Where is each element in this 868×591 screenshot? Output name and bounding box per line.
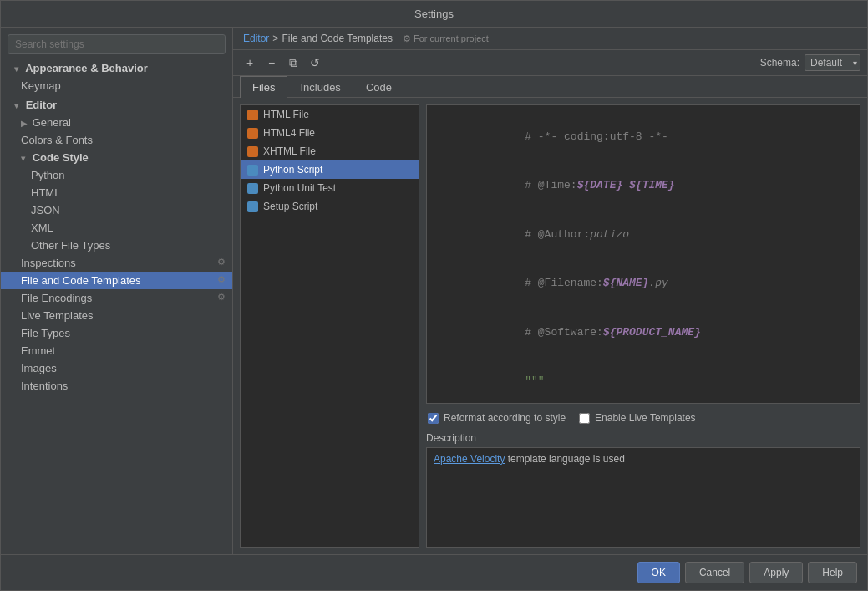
- sidebar-item-file-types[interactable]: File Types: [1, 324, 232, 342]
- search-input[interactable]: [8, 34, 226, 54]
- live-templates-label[interactable]: Enable Live Templates: [579, 412, 696, 424]
- sidebar-item-editor[interactable]: ▾ Editor: [1, 96, 232, 114]
- breadcrumb-page: File and Code Templates: [282, 33, 393, 44]
- schema-section: Schema: Default Project: [760, 54, 860, 71]
- tab-code[interactable]: Code: [353, 76, 404, 98]
- file-item-label: Python Script: [263, 164, 322, 176]
- breadcrumb-separator: >: [272, 33, 278, 44]
- sidebar-item-file-and-code-templates[interactable]: File and Code Templates ⚙: [1, 272, 232, 289]
- dialog-footer: OK Cancel Apply Help: [1, 554, 867, 590]
- file-item-python-unit-test[interactable]: Python Unit Test: [241, 179, 419, 197]
- code-line-5: # @Software:${PRODUCT_NAME}: [434, 308, 853, 357]
- sidebar-item-code-style[interactable]: ▾ Code Style: [1, 149, 232, 166]
- sidebar-item-live-templates[interactable]: Live Templates: [1, 307, 232, 324]
- code-line-1: # -*- coding:utf-8 -*-: [434, 112, 853, 161]
- schema-wrapper: Default Project: [805, 54, 860, 71]
- live-templates-checkbox[interactable]: [579, 413, 590, 424]
- breadcrumb-editor[interactable]: Editor: [243, 33, 269, 44]
- cancel-button[interactable]: Cancel: [685, 562, 744, 583]
- code-editor[interactable]: # -*- coding:utf-8 -*- # @Time:${DATE} $…: [426, 104, 860, 404]
- file-item-setup-script[interactable]: Setup Script: [241, 197, 419, 216]
- code-line-2: # @Time:${DATE} ${TIME}: [434, 161, 853, 211]
- xhtml-file-icon: [247, 146, 258, 157]
- file-item-label: HTML4 File: [263, 127, 315, 139]
- sidebar-item-xml[interactable]: XML: [1, 219, 232, 237]
- file-encodings-badge: ⚙: [217, 292, 226, 303]
- sidebar-item-general[interactable]: ▶ General: [1, 114, 232, 131]
- settings-dialog: Settings ▾ Appearance & Behavior Keymap …: [0, 0, 868, 591]
- sidebar-item-json[interactable]: JSON: [1, 201, 232, 219]
- tabs: Files Includes Code: [233, 76, 867, 98]
- file-item-label: XHTML File: [263, 145, 316, 157]
- code-line-3: # @Author:potizo: [434, 210, 853, 259]
- add-button[interactable]: +: [240, 53, 260, 72]
- sidebar-item-images[interactable]: Images: [1, 359, 232, 377]
- sidebar-item-intentions[interactable]: Intentions: [1, 377, 232, 395]
- reformat-label[interactable]: Reformat according to style: [428, 412, 566, 424]
- code-line-4: # @Filename:${NAME}.py: [434, 259, 853, 308]
- dialog-title: Settings: [1, 1, 867, 28]
- file-templates-badge: ⚙: [217, 274, 226, 285]
- breadcrumb: Editor > File and Code Templates ⚙ For c…: [233, 28, 867, 50]
- schema-label: Schema:: [760, 57, 799, 69]
- right-panel: # -*- coding:utf-8 -*- # @Time:${DATE} $…: [426, 104, 860, 548]
- description-section: Description Apache Velocity template lan…: [426, 432, 860, 548]
- sidebar-item-colors-fonts[interactable]: Colors & Fonts: [1, 131, 232, 149]
- sidebar-item-python[interactable]: Python: [1, 166, 232, 184]
- tab-includes[interactable]: Includes: [287, 76, 353, 98]
- split-area: HTML File HTML4 File XHTML File Python S…: [233, 98, 867, 554]
- sidebar-item-inspections[interactable]: Inspections ⚙: [1, 254, 232, 272]
- sidebar-item-appearance[interactable]: ▾ Appearance & Behavior: [1, 59, 232, 77]
- reformat-checkbox[interactable]: [428, 413, 439, 424]
- description-box: Apache Velocity template language is use…: [426, 447, 860, 548]
- file-item-label: Python Unit Test: [263, 182, 336, 194]
- project-note: ⚙ For current project: [403, 33, 489, 44]
- dialog-body: ▾ Appearance & Behavior Keymap ▾ Editor …: [1, 28, 867, 554]
- file-item-xhtml[interactable]: XHTML File: [241, 142, 419, 160]
- python-unit-test-icon: [247, 183, 258, 194]
- collapse-arrow: ▾: [14, 64, 23, 74]
- html4-file-icon: [247, 128, 258, 139]
- file-item-label: HTML File: [263, 109, 309, 120]
- sidebar-item-emmet[interactable]: Emmet: [1, 342, 232, 359]
- html-file-icon: [247, 110, 258, 120]
- file-item-label: Setup Script: [263, 201, 317, 212]
- sidebar-item-keymap[interactable]: Keymap: [1, 77, 232, 94]
- reset-button[interactable]: ↺: [305, 53, 325, 72]
- main-content: Editor > File and Code Templates ⚙ For c…: [233, 28, 867, 554]
- tab-files[interactable]: Files: [240, 76, 287, 98]
- setup-script-icon: [247, 201, 258, 212]
- code-line-6: """: [434, 357, 853, 405]
- apache-velocity-link[interactable]: Apache Velocity: [434, 453, 505, 465]
- live-templates-text: Enable Live Templates: [595, 412, 696, 424]
- copy-button[interactable]: ⧉: [283, 53, 303, 72]
- toolbar: + − ⧉ ↺ Schema: Default Project: [233, 50, 867, 76]
- checkbox-row: Reformat according to style Enable Live …: [426, 409, 860, 427]
- file-item-python-script[interactable]: Python Script: [241, 160, 419, 179]
- description-label: Description: [426, 432, 860, 444]
- inspections-badge: ⚙: [217, 257, 226, 267]
- sidebar: ▾ Appearance & Behavior Keymap ▾ Editor …: [1, 28, 233, 554]
- schema-select[interactable]: Default Project: [805, 54, 860, 71]
- help-button[interactable]: Help: [808, 562, 857, 583]
- reformat-text: Reformat according to style: [444, 412, 566, 424]
- python-script-icon: [247, 165, 258, 176]
- file-list: HTML File HTML4 File XHTML File Python S…: [240, 104, 419, 548]
- sidebar-item-html[interactable]: HTML: [1, 184, 232, 201]
- apply-button[interactable]: Apply: [749, 562, 803, 583]
- ok-button[interactable]: OK: [637, 562, 680, 583]
- file-item-html4[interactable]: HTML4 File: [241, 124, 419, 142]
- file-item-html[interactable]: HTML File: [241, 105, 419, 124]
- sidebar-item-other-file-types[interactable]: Other File Types: [1, 237, 232, 254]
- remove-button[interactable]: −: [261, 53, 282, 72]
- description-rest: template language is used: [505, 453, 624, 465]
- sidebar-item-file-encodings[interactable]: File Encodings ⚙: [1, 289, 232, 307]
- collapse-arrow-editor: ▾: [14, 101, 23, 110]
